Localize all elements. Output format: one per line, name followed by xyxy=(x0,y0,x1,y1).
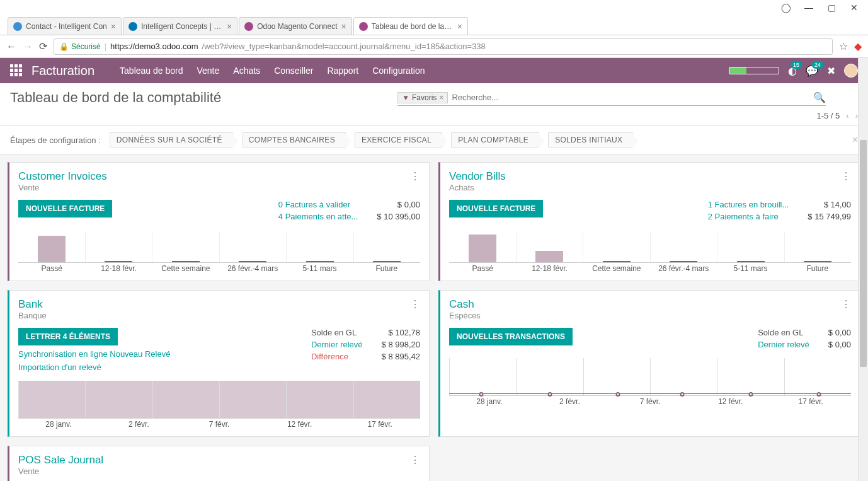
steps-label: Étapes de configuration : xyxy=(10,136,101,145)
stat-value: $ 102,78 xyxy=(382,328,420,337)
tab-close-icon[interactable]: × xyxy=(111,21,116,32)
nav-reload-icon[interactable]: ⟳ xyxy=(39,40,47,52)
support-icon[interactable]: ✖ xyxy=(827,65,835,77)
new-invoice-button[interactable]: NOUVELLE FACTURE xyxy=(18,200,112,217)
menu-configuration[interactable]: Configuration xyxy=(372,66,425,76)
favicon-icon xyxy=(13,22,22,31)
window-close[interactable]: ✕ xyxy=(843,0,865,15)
card-title[interactable]: Vendor Bills xyxy=(449,170,506,183)
activities-icon[interactable]: 💬24 xyxy=(806,65,818,77)
window-maximize[interactable]: ▢ xyxy=(820,0,843,15)
step-bank[interactable]: COMPTES BANCAIRES xyxy=(242,132,346,148)
url-host: https://demo3.odoo.com xyxy=(110,42,198,51)
new-transactions-button[interactable]: NOUVELLES TRANSACTIONS xyxy=(449,328,573,345)
bar-chart: Passé 12-18 févr. Cette semaine 26 févr.… xyxy=(449,233,851,273)
setup-steps-bar: Étapes de configuration : DONNÉES SUR LA… xyxy=(0,126,868,154)
stat-label[interactable]: 2 Paiements à faire xyxy=(708,212,789,221)
browser-tab-3[interactable]: Odoo Magento Connect × xyxy=(239,17,352,35)
bookmark-star-icon[interactable]: ☆ xyxy=(839,40,848,52)
address-input[interactable]: 🔒 Sécurisé | https://demo3.odoo.com/web?… xyxy=(54,38,833,55)
page-title: Tableau de bord de la comptabilité xyxy=(10,90,221,106)
scrollbar[interactable] xyxy=(858,58,868,481)
apps-menu-icon[interactable] xyxy=(10,64,23,77)
stat-value: $ 0,00 xyxy=(377,200,420,209)
stat-label: Solde en GL xyxy=(311,328,363,337)
step-fiscal[interactable]: EXERCICE FISCAL xyxy=(355,132,442,148)
menu-achats[interactable]: Achats xyxy=(233,66,260,76)
stat-label[interactable]: 1 Factures en brouill... xyxy=(708,200,789,209)
card-more-icon[interactable]: ⋮ xyxy=(841,298,851,310)
card-pos-journal: POS Sale Journal Vente ⋮ xyxy=(8,446,430,481)
stat-value: $ 8 895,42 xyxy=(382,352,420,361)
card-title[interactable]: Bank xyxy=(18,298,47,311)
card-more-icon[interactable]: ⋮ xyxy=(410,170,420,182)
card-more-icon[interactable]: ⋮ xyxy=(410,454,420,466)
area-chart xyxy=(18,381,420,419)
trial-progress[interactable] xyxy=(729,67,779,74)
window-minimize[interactable]: — xyxy=(797,0,820,15)
favicon-icon xyxy=(359,22,368,31)
menu-vente[interactable]: Vente xyxy=(197,66,219,76)
card-more-icon[interactable]: ⋮ xyxy=(410,298,420,310)
card-title[interactable]: Customer Invoices xyxy=(18,170,107,183)
online-sync-link[interactable]: Synchronisation en ligne Nouveau Relevé xyxy=(18,349,170,359)
tab-close-icon[interactable]: × xyxy=(227,21,232,32)
steps-dismiss-icon[interactable]: × xyxy=(852,134,858,146)
tab-label: Tableau de bord de la co xyxy=(372,22,454,31)
reconcile-button[interactable]: LETTRER 4 ÉLÉMENTS xyxy=(18,328,118,345)
browser-tab-2[interactable]: Intelligent Concepts | Lin × xyxy=(123,17,237,35)
stat-label: Solde en GL xyxy=(758,328,809,337)
window-titlebar: ◯ — ▢ ✕ xyxy=(0,0,868,15)
search-input[interactable] xyxy=(452,93,813,102)
nav-forward-icon[interactable]: → xyxy=(23,41,33,52)
stat-label[interactable]: Différence xyxy=(311,352,363,361)
step-company[interactable]: DONNÉES SUR LA SOCIÉTÉ xyxy=(110,132,233,148)
app-brand[interactable]: Facturation xyxy=(31,64,94,78)
nav-back-icon[interactable]: ← xyxy=(6,41,16,52)
browser-tab-4[interactable]: Tableau de bord de la co × xyxy=(353,17,468,35)
stat-label[interactable]: 0 Factures à valider xyxy=(278,200,358,209)
filter-chip[interactable]: ▼ Favoris × xyxy=(397,92,448,103)
tab-close-icon[interactable]: × xyxy=(457,21,462,32)
card-customer-invoices: Customer Invoices Vente ⋮ NOUVELLE FACTU… xyxy=(8,162,430,281)
browser-tab-strip: Contact - Intelligent Con × Intelligent … xyxy=(0,15,868,35)
tab-label: Contact - Intelligent Con xyxy=(26,22,107,31)
card-cash: Cash Espèces ⋮ NOUVELLES TRANSACTIONS So… xyxy=(438,290,860,437)
discuss-icon[interactable]: ◐15 xyxy=(788,65,797,77)
app-topbar: Facturation Tableau de bord Vente Achats… xyxy=(0,58,868,83)
stat-label[interactable]: 4 Paiements en atte... xyxy=(278,212,358,221)
menu-tableau-de-bord[interactable]: Tableau de bord xyxy=(120,66,183,76)
secure-lock-icon: 🔒 Sécurisé xyxy=(59,42,101,51)
stat-label[interactable]: Dernier relevé xyxy=(311,340,363,349)
menu-rapport[interactable]: Rapport xyxy=(327,66,358,76)
user-account-icon[interactable]: ◯ xyxy=(775,0,797,15)
card-subtitle: Espèces xyxy=(449,311,481,320)
card-subtitle: Vente xyxy=(18,467,103,476)
bar-chart: Passé 12-18 févr. Cette semaine 26 févr.… xyxy=(18,233,420,273)
card-title[interactable]: POS Sale Journal xyxy=(18,454,103,467)
user-avatar[interactable] xyxy=(844,64,858,78)
card-more-icon[interactable]: ⋮ xyxy=(841,170,851,182)
browser-address-bar: ← → ⟳ 🔒 Sécurisé | https://demo3.odoo.co… xyxy=(0,35,868,58)
import-statement-link[interactable]: Importation d'un relevé xyxy=(18,362,101,372)
pager-prev-icon[interactable]: ‹ xyxy=(846,111,848,120)
step-balances[interactable]: SOLDES INITIAUX xyxy=(548,132,633,148)
search-icon[interactable]: 🔍 xyxy=(813,91,826,103)
browser-tab-1[interactable]: Contact - Intelligent Con × xyxy=(8,17,122,35)
new-bill-button[interactable]: NOUVELLE FACTURE xyxy=(449,200,543,217)
card-title[interactable]: Cash xyxy=(449,298,481,311)
card-vendor-bills: Vendor Bills Achats ⋮ NOUVELLE FACTURE 1… xyxy=(438,162,860,281)
scrollbar-thumb[interactable] xyxy=(860,140,867,367)
favicon-icon xyxy=(128,22,137,31)
tab-label: Intelligent Concepts | Lin xyxy=(141,22,223,31)
card-subtitle: Vente xyxy=(18,183,107,192)
stat-value: $ 15 749,99 xyxy=(808,212,851,221)
stat-value: $ 10 395,00 xyxy=(377,212,420,221)
step-chart[interactable]: PLAN COMPTABLE xyxy=(451,132,539,148)
menu-conseiller[interactable]: Conseiller xyxy=(274,66,313,76)
stat-label[interactable]: Dernier relevé xyxy=(758,340,809,349)
tab-close-icon[interactable]: × xyxy=(341,21,346,32)
extension-icon[interactable]: ◆ xyxy=(854,40,862,52)
search-bar[interactable]: ▼ Favoris × 🔍 xyxy=(397,90,826,106)
chip-remove-icon[interactable]: × xyxy=(439,93,443,102)
